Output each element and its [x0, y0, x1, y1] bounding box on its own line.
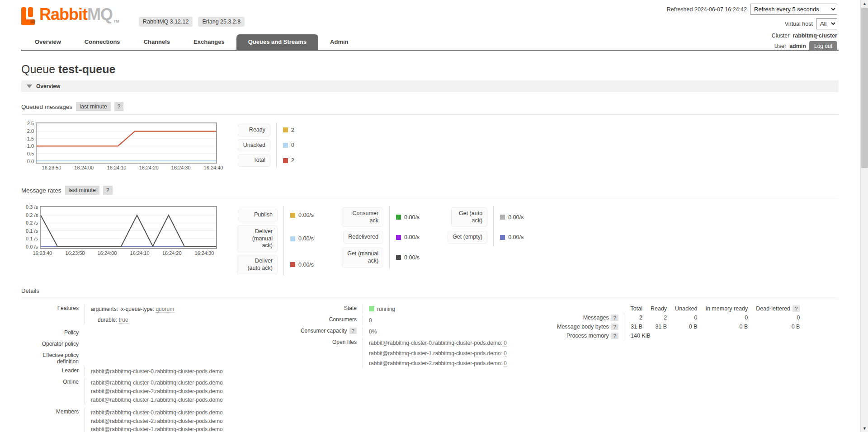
operator-policy-value — [85, 340, 292, 349]
col-header-unacked: Unacked — [667, 304, 697, 313]
get-manual-rate: 0.00/s — [404, 254, 420, 261]
consumer-capacity-label: Consumer capacity? — [292, 327, 363, 336]
online-node: rabbit@rabbitmq-cluster-2.rabbitmq-clust… — [91, 387, 292, 396]
top-bar: RabbitMQ TM RabbitMQ 3.12.12 Erlang 25.3… — [0, 0, 868, 34]
session-panel: Refreshed 2024-06-07 16:24:42 Refresh ev… — [667, 4, 837, 54]
get-manual-swatch — [396, 255, 401, 260]
refresh-interval-select[interactable]: Refresh every 5 seconds — [750, 4, 837, 15]
body-bytes-dead-lettered: 0 B — [748, 322, 800, 331]
messages-ready: 2 — [642, 313, 667, 322]
rates-chart-x-axis: 16:23:4016:23:5016:24:0016:24:1016:24:20… — [40, 250, 215, 258]
process-memory-value: 140 KiB — [624, 331, 800, 340]
body-bytes-help-icon[interactable]: ? — [611, 324, 618, 330]
policy-value — [85, 329, 292, 338]
tab-connections[interactable]: Connections — [73, 34, 132, 50]
rates-chart-y-axis: 0.3 /s0.2 /s0.2 /s0.1 /s0.1 /s0.0 /s — [21, 206, 40, 248]
version-badges: RabbitMQ 3.12.12 Erlang 25.3.2.8 — [139, 17, 245, 27]
consumer-ack-rate: 0.00/s — [404, 214, 420, 221]
vertical-scrollbar[interactable]: ▲ ▼ — [860, 0, 868, 432]
collapse-arrow-icon — [27, 85, 32, 88]
process-memory-row: Process memory? 140 KiB — [557, 331, 800, 340]
deliver-manual-rate: 0.00/s — [298, 235, 314, 242]
scrollbar-thumb[interactable] — [861, 8, 868, 168]
online-node: rabbit@rabbitmq-cluster-1.rabbitmq-clust… — [91, 396, 292, 404]
online-node: rabbit@rabbitmq-cluster-0.rabbitmq-clust… — [91, 379, 292, 387]
cluster-label: Cluster — [772, 33, 790, 39]
legend-label-total: Total — [238, 154, 270, 167]
queued-chart-y-axis: 2.52.01.51.00.50.0 — [21, 122, 36, 162]
consumer-capacity-value: 0% — [363, 327, 557, 336]
cluster-name: rabbitmq-cluster — [793, 33, 837, 39]
redelivered-swatch — [396, 235, 401, 240]
queued-messages-title: Queued messages — [21, 103, 72, 110]
messages-table: Total Ready Unacked In memory ready Dead… — [557, 304, 800, 340]
message-rates-range-badge[interactable]: last minute — [65, 186, 99, 195]
ready-value: 2 — [291, 127, 294, 133]
dead-lettered-help-icon[interactable]: ? — [793, 305, 800, 312]
details-left-column: Features arguments: x-queue-type: quorum… — [21, 304, 292, 432]
logout-button[interactable]: Log out — [809, 41, 837, 51]
message-body-bytes-row: Message body bytes? 31 B 31 B 0 B 0 B 0 … — [557, 322, 800, 331]
col-header-dead-lettered: Dead-lettered? — [748, 304, 800, 313]
message-rates-chart — [40, 206, 217, 249]
effective-policy-value — [85, 351, 292, 365]
col-header-in-memory-ready: In memory ready — [697, 304, 748, 313]
message-rates-header: Message rates last minute ? — [21, 186, 839, 198]
queued-messages-range-badge[interactable]: last minute — [76, 102, 110, 111]
consumer-ack-swatch — [396, 215, 401, 220]
legend-label-consumer-ack: Consumer ack — [342, 207, 383, 227]
tab-admin[interactable]: Admin — [318, 34, 360, 50]
tab-overview[interactable]: Overview — [23, 34, 73, 50]
process-memory-help-icon[interactable]: ? — [611, 333, 618, 339]
scrollbar-down-arrow[interactable]: ▼ — [861, 425, 868, 432]
body-bytes-in-memory: 0 B — [697, 322, 748, 331]
logo-trademark: TM — [113, 19, 119, 23]
messages-total: 2 — [624, 313, 642, 322]
legend-label-deliver-auto: Deliver (auto ack) — [237, 255, 278, 274]
legend-label-ready: Ready — [238, 124, 270, 136]
tab-queues-and-streams[interactable]: Queues and Streams — [236, 34, 318, 50]
overview-section-header[interactable]: Overview — [21, 80, 839, 92]
page-title: Queue test-queue — [21, 63, 839, 76]
open-files-row: rabbit@rabbitmq-cluster-2.rabbitmq-clust… — [369, 359, 557, 368]
messages-dead-lettered: 0 — [748, 313, 800, 322]
legend-label-unacked: Unacked — [238, 139, 270, 152]
open-files-label: Open files — [292, 338, 363, 368]
rabbitmq-logo[interactable]: RabbitMQ TM — [21, 5, 119, 25]
tab-exchanges[interactable]: Exchanges — [182, 34, 236, 50]
policy-label: Policy — [21, 329, 85, 338]
consumer-capacity-help-icon[interactable]: ? — [349, 328, 357, 334]
queue-name: test-queue — [58, 63, 115, 75]
member-node: rabbit@rabbitmq-cluster-1.rabbitmq-clust… — [91, 425, 292, 432]
details-right-column: Total Ready Unacked In memory ready Dead… — [557, 304, 839, 432]
deliver-auto-swatch — [290, 262, 295, 267]
unacked-swatch — [283, 143, 288, 148]
legend-label-redelivered: Redelivered — [343, 231, 383, 244]
x-queue-type-value: quorum — [156, 306, 174, 313]
rabbitmq-version-badge: RabbitMQ 3.12.12 — [139, 17, 193, 27]
publish-rate: 0.00/s — [298, 212, 314, 218]
scrollbar-up-arrow[interactable]: ▲ — [861, 0, 868, 7]
tab-channels[interactable]: Channels — [132, 34, 182, 50]
features-label: Features — [21, 304, 85, 324]
leader-node: rabbit@rabbitmq-cluster-0.rabbitmq-clust… — [85, 366, 292, 376]
queued-messages-legend: Ready 2 Unacked 0 Total 2 — [238, 122, 294, 168]
get-empty-swatch — [500, 235, 505, 240]
queued-chart-x-axis: 16:23:5016:24:0016:24:1016:24:2016:24:30… — [36, 165, 215, 172]
details-columns: Features arguments: x-queue-type: quorum… — [21, 304, 839, 432]
virtual-host-select[interactable]: All — [816, 18, 837, 29]
deliver-auto-rate: 0.00/s — [298, 262, 314, 268]
process-memory-row-label: Process memory? — [557, 331, 624, 340]
user-name: admin — [789, 43, 806, 49]
rates-legend-group-3: Get (auto ack) 0.00/s Get (empty) 0.00/s — [448, 206, 524, 246]
queued-messages-chart — [36, 122, 217, 164]
get-empty-rate: 0.00/s — [508, 234, 524, 240]
queued-messages-help-icon[interactable]: ? — [114, 102, 124, 111]
message-rates-help-icon[interactable]: ? — [103, 186, 113, 195]
message-rates-chart-row: 0.3 /s0.2 /s0.2 /s0.1 /s0.1 /s0.0 /s 16:… — [21, 206, 839, 276]
deliver-manual-swatch — [290, 236, 295, 241]
messages-help-icon[interactable]: ? — [611, 315, 618, 321]
rabbitmq-logo-icon — [21, 7, 37, 25]
online-label: Online — [21, 378, 85, 404]
durable-value: true — [119, 317, 128, 324]
